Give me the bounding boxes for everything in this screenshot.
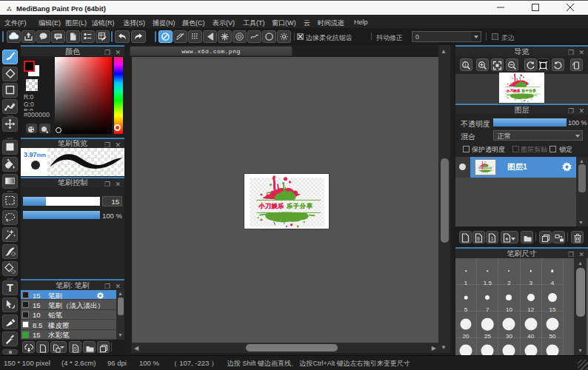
svg-text:S: S	[74, 346, 78, 352]
svg-text:1: 1	[491, 236, 494, 241]
svg-text:8: 8	[477, 236, 480, 241]
svg-text:小刀娱乐: 小刀娱乐	[258, 203, 284, 209]
svg-text:1: 1	[464, 63, 467, 67]
svg-text:乐子分享: 乐子分享	[286, 203, 313, 209]
